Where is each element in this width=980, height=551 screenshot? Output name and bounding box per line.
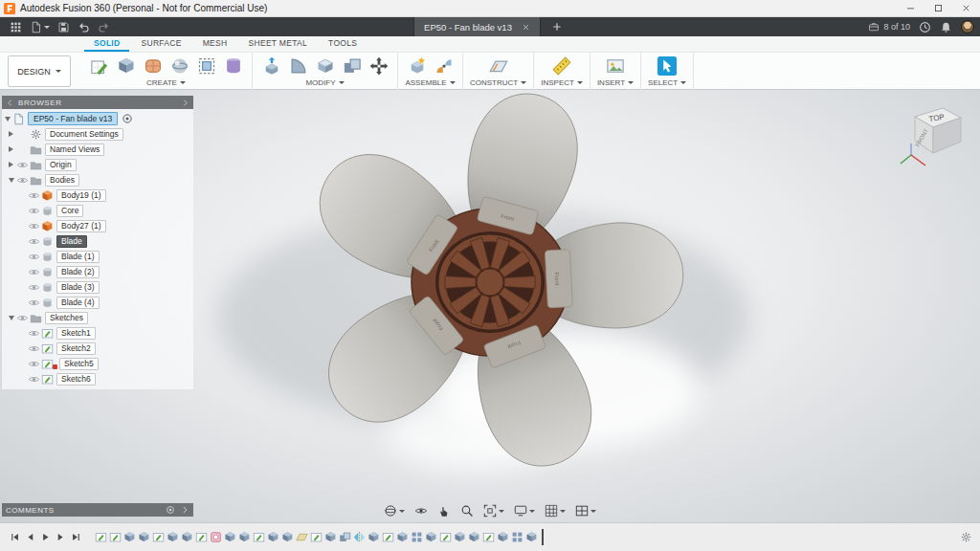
timeline-feature-extrude[interactable] <box>138 531 150 543</box>
tab-mesh[interactable]: MESH <box>193 36 237 52</box>
shell-button[interactable] <box>313 54 337 77</box>
select-cursor-button[interactable] <box>656 54 679 77</box>
expander-icon[interactable] <box>6 131 16 137</box>
timeline-feature-sketch[interactable] <box>195 531 208 543</box>
browser-item-document-settings[interactable]: Document Settings <box>2 126 193 142</box>
timeline-feature-extrude[interactable] <box>281 531 294 543</box>
eye-icon[interactable] <box>16 174 29 187</box>
eye-icon[interactable] <box>16 312 29 324</box>
timeline-feature-extrude[interactable] <box>324 531 337 543</box>
browser-header[interactable]: BROWSER <box>2 96 193 109</box>
form-box-button[interactable] <box>141 54 165 77</box>
ribbon-group-label[interactable]: ASSEMBLE <box>405 77 455 90</box>
timeline-feature-extrude[interactable] <box>123 531 136 543</box>
browser-item-sketches[interactable]: Sketches <box>2 310 193 325</box>
timeline-feature-extrude[interactable] <box>396 531 409 543</box>
eye-icon[interactable] <box>28 342 40 355</box>
root-expander-icon[interactable] <box>2 117 12 121</box>
view-cube[interactable]: TOP FRONT <box>896 96 972 172</box>
eye-icon[interactable] <box>28 327 40 340</box>
file-menu-button[interactable] <box>26 17 54 36</box>
browser-item-core[interactable]: Core <box>2 203 193 218</box>
timeline-feature-sketch[interactable] <box>382 531 394 543</box>
eye-icon[interactable] <box>28 251 40 263</box>
look-at-button[interactable] <box>414 504 428 518</box>
timeline-feature-extrude[interactable] <box>238 531 251 543</box>
eye-icon[interactable] <box>28 373 40 386</box>
extrude-solid-button[interactable] <box>114 54 138 77</box>
timeline-feature-mirror[interactable] <box>353 531 366 543</box>
timeline-feature-extrude[interactable] <box>525 531 538 543</box>
browser-item-body27-1-[interactable]: Body27 (1) <box>2 218 193 233</box>
timeline-feature-extrude[interactable] <box>368 531 380 543</box>
viewports-button[interactable] <box>575 504 596 518</box>
revolve-sphere-button[interactable] <box>167 54 191 77</box>
job-status[interactable]: 8 of 10 <box>868 21 910 33</box>
browser-item-blade-4-[interactable]: Blade (4) <box>2 295 193 310</box>
insert-canvas-button[interactable] <box>603 54 627 77</box>
grid-settings-button[interactable] <box>545 504 566 518</box>
new-component-button[interactable] <box>405 54 429 77</box>
browser-item-body19-1-[interactable]: Body19 (1) <box>2 187 193 203</box>
eye-icon[interactable] <box>16 159 29 171</box>
browser-root-item[interactable]: EP50 - Fan blade v13 <box>2 111 193 126</box>
tab-sheet-metal[interactable]: SHEET METAL <box>239 36 318 52</box>
activate-component-icon[interactable] <box>122 113 133 124</box>
measure-button[interactable] <box>550 54 574 77</box>
browser-item-sketch2[interactable]: Sketch2 <box>2 341 193 356</box>
tab-solid[interactable]: SOLID <box>84 36 129 52</box>
skip-start-button[interactable] <box>8 530 22 545</box>
timeline-feature-sketch[interactable] <box>109 531 122 543</box>
joint-button[interactable] <box>432 54 456 77</box>
timeline-feature-extrude[interactable] <box>497 531 509 543</box>
expander-icon[interactable] <box>6 162 16 167</box>
eye-icon[interactable] <box>28 297 40 309</box>
pattern-box-button[interactable] <box>194 54 218 77</box>
app-grid-menu-button[interactable] <box>6 17 26 36</box>
zoom-button[interactable] <box>460 504 474 518</box>
browser-item-bodies[interactable]: Bodies <box>2 172 193 187</box>
timeline-feature-pattern[interactable] <box>411 531 423 543</box>
ribbon-group-label[interactable]: CONSTRUCT <box>470 77 526 90</box>
undo-button[interactable] <box>74 17 94 36</box>
notification-bell-icon[interactable] <box>940 21 952 33</box>
eye-icon[interactable] <box>28 235 40 248</box>
browser-item-blade[interactable]: Blade <box>2 233 193 249</box>
save-button[interactable] <box>54 17 74 36</box>
eye-icon[interactable] <box>28 205 40 217</box>
tab-surface[interactable]: SURFACE <box>131 36 190 52</box>
eye-icon[interactable] <box>28 358 40 370</box>
timeline-feature-hole[interactable] <box>210 531 222 543</box>
browser-item-sketch5[interactable]: Sketch5 <box>2 356 193 371</box>
clock-icon[interactable] <box>919 21 931 33</box>
timeline-feature-extrude[interactable] <box>167 531 179 543</box>
timeline-feature-sketch[interactable] <box>95 531 107 543</box>
fillet-button[interactable] <box>286 54 310 77</box>
fit-button[interactable] <box>483 504 504 518</box>
eye-icon[interactable] <box>28 220 40 232</box>
new-sketch-button[interactable] <box>87 54 111 77</box>
orbit-button[interactable] <box>384 504 405 518</box>
user-avatar[interactable] <box>961 20 974 33</box>
tab-tools[interactable]: TOOLS <box>319 36 367 52</box>
skip-end-button[interactable] <box>69 530 83 545</box>
document-tab[interactable]: EP50 - Fan blade v13 <box>413 17 541 36</box>
timeline-feature-sketch[interactable] <box>439 531 452 543</box>
browser-item-blade-1-[interactable]: Blade (1) <box>2 249 193 264</box>
comments-bar[interactable]: COMMENTS <box>2 503 193 517</box>
move-copy-button[interactable] <box>367 54 390 77</box>
workspace-switcher[interactable]: DESIGN <box>8 55 71 87</box>
timeline-feature-sketch[interactable] <box>152 531 165 543</box>
browser-item-blade-3-[interactable]: Blade (3) <box>2 279 193 295</box>
timeline-playhead[interactable] <box>542 529 544 545</box>
step-back-button[interactable] <box>23 530 37 545</box>
timeline-feature-extrude[interactable] <box>224 531 236 543</box>
browser-item-sketch1[interactable]: Sketch1 <box>2 325 193 341</box>
timeline-feature-extrude[interactable] <box>454 531 466 543</box>
timeline-settings-gear-icon[interactable] <box>960 531 972 543</box>
timeline-feature-sketch[interactable] <box>482 531 495 543</box>
close-button[interactable] <box>952 0 980 16</box>
timeline-feature-extrude[interactable] <box>267 531 279 543</box>
timeline-feature-sketch[interactable] <box>310 531 323 543</box>
minimize-button[interactable] <box>897 0 924 16</box>
